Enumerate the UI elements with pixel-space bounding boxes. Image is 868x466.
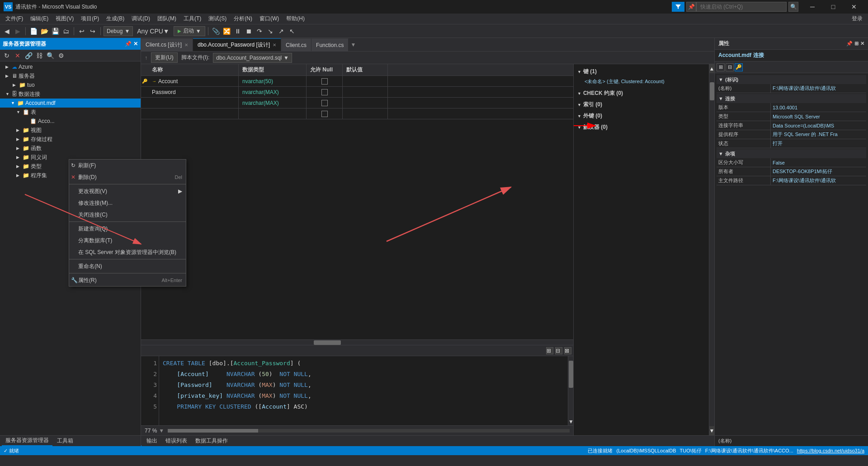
menu-debug[interactable]: 调试(D) [128,14,154,24]
vertical-scrollbar-design[interactable]: ▲ ▼ [709,64,714,435]
menu-file[interactable]: 文件(F) [2,14,27,24]
ctx-newquery[interactable]: 新建查询(Q) [69,223,186,235]
table-row[interactable] [141,108,573,119]
table-row[interactable]: Password nvarchar(MAX) [141,87,573,98]
stop-refresh-btn[interactable]: ✕ [13,51,23,61]
menu-analyze[interactable]: 分析(N) [230,14,256,24]
platform-dropdown[interactable]: Any CPU ▼ [134,26,172,36]
cell-password-default[interactable] [343,87,388,97]
cell-private-type[interactable]: nvarchar(MAX) [239,98,307,108]
toolbar-btn-9[interactable]: ↘ [265,26,275,36]
tab-function-cs[interactable]: Function.cs [311,38,349,51]
foreign-header[interactable]: ▼ 外键 (0) [577,112,705,120]
ctx-browse-ssms[interactable]: 在 SQL Server 对象资源管理器中浏览(B) [69,246,186,258]
ctx-changeview[interactable]: 更改视图(V) ▶ [69,185,186,197]
ctx-detach[interactable]: 分离数据库(T) [69,235,186,246]
account-nullable-checkbox[interactable] [321,78,328,85]
ctx-properties[interactable]: 🔧 属性(R) Alt+Enter [69,274,186,286]
tree-item-views[interactable]: ▶ 📁 视图 [0,126,141,135]
toolbox-tab[interactable]: 工具箱 [53,436,77,446]
close-button[interactable]: ✕ [844,0,864,14]
props-categorize-btn[interactable]: ⊞ [717,63,725,71]
cell-empty-name[interactable] [148,108,239,119]
sql-editor[interactable]: CREATE TABLE [dbo].[Account_Password] ( … [159,356,568,425]
check-header[interactable]: ▼ CHECK 约束 (0) [577,89,705,97]
props-pin-btn[interactable]: 📌 [846,41,853,47]
table-row[interactable]: 🔑 → Account nvarchar(50) [141,76,573,87]
quick-launch-input[interactable] [696,2,787,12]
cell-password-name[interactable]: Password [148,87,239,97]
zoom-dropdown[interactable]: 77 % ▼ [145,428,164,434]
toolbar-btn-11[interactable]: ↖ [287,26,297,36]
panel-close-btn[interactable]: ✕ [133,41,138,47]
scroll-up-btn[interactable]: ▲ [709,64,714,73]
connect-btn[interactable]: 🔗 [24,51,33,61]
forward-button[interactable]: ▶ [13,26,23,36]
panel-pin-btn[interactable]: 📌 [125,41,132,47]
server-explorer-tab[interactable]: 服务器资源管理器 [2,436,52,446]
close-tab-1[interactable]: ✕ [273,42,276,47]
trigger-header[interactable]: ▼ 触发器 (0) [577,123,705,131]
tab-client-cs[interactable]: Client.cs [281,38,311,51]
attach-button[interactable]: 📎 [211,26,221,36]
props-close-btn[interactable]: ✕ [860,41,864,47]
empty-nullable-checkbox[interactable] [321,111,328,117]
horizontal-scrollbar[interactable] [141,339,573,345]
scroll-down-btn-design[interactable]: ▼ [709,426,714,435]
cell-private-name[interactable] [148,98,239,108]
redo-button[interactable]: ↪ [88,26,98,36]
tree-item-accotable[interactable]: 📋 Acco... [0,117,141,126]
filter-explorer-btn[interactable]: 🔍 [45,51,55,61]
close-tab-0[interactable]: ✕ [184,42,188,47]
open-button[interactable]: 📂 [39,26,49,36]
tab-account-password-design[interactable]: dbo.Account_Password [设计] ✕ [193,38,281,51]
save-button[interactable]: 💾 [50,26,60,36]
props-key-btn[interactable]: 🔑 [735,63,743,71]
cell-password-type[interactable]: nvarchar(MAX) [239,87,307,97]
vertical-scrollbar-sql[interactable]: ▼ [568,356,573,425]
disconnect-btn[interactable]: ⛓ [34,51,44,61]
cell-private-default[interactable] [343,98,388,108]
table-row[interactable]: nvarchar(MAX) [141,98,573,108]
cell-account-name[interactable]: → Account [148,76,239,86]
tree-item-tables[interactable]: ▼ 📋 表 [0,108,141,117]
refresh-explorer-btn[interactable]: ↻ [2,51,12,61]
misc-group-header[interactable]: ▼ 杂项 [717,149,866,158]
index-header[interactable]: ▼ 索引 (0) [577,101,705,108]
cell-empty-type[interactable] [239,108,307,119]
menu-help[interactable]: 帮助(H) [283,14,308,24]
scroll-down-btn[interactable]: ▼ [568,418,573,425]
pin-button[interactable]: 📌 [686,2,696,12]
error-list-tab[interactable]: 错误列表 [162,436,191,446]
tree-item-dataconn[interactable]: ▼ 🗄 数据连接 [0,89,141,99]
ctx-rename[interactable]: 重命名(N) [69,260,186,272]
filter-button[interactable] [672,2,684,12]
update-btn[interactable]: 更新(U) [151,52,178,63]
cell-account-type[interactable]: nvarchar(50) [239,76,307,86]
ctx-closeconn[interactable]: 关闭连接(C) [69,209,186,221]
menu-edit[interactable]: 编辑(E) [27,14,52,24]
toolbar-btn-7[interactable]: ⏹ [244,26,254,36]
tree-item-servers[interactable]: ▶ 🖥 服务器 [0,71,141,80]
horizontal-scroll-sql[interactable] [168,429,570,433]
menu-test[interactable]: 测试(S) [205,14,230,24]
data-tools-tab[interactable]: 数据工具操作 [192,436,231,446]
toolbar-btn-5[interactable]: 🔀 [222,26,232,36]
tree-item-tuo[interactable]: ▶ 📁 tuo [0,80,141,89]
tab-overflow-btn[interactable]: ▼ [349,38,358,51]
debug-config-dropdown[interactable]: Debug ▼ [104,26,133,36]
tab-client-design[interactable]: Client.cs [设计] ✕ [141,38,193,51]
new-file-button[interactable]: 📄 [28,26,38,36]
cell-account-default[interactable] [343,76,388,86]
menu-tools[interactable]: 工具(T) [180,14,205,24]
identity-group-header[interactable]: ▼ (标识) [717,75,866,84]
start-button[interactable]: ▶ 启动 ▼ [174,26,205,36]
private-nullable-checkbox[interactable] [321,100,328,106]
menu-window[interactable]: 窗口(W) [256,14,283,24]
cell-empty-default[interactable] [343,108,388,119]
login-button[interactable]: 登录 [848,14,866,24]
minimize-button[interactable]: ─ [802,0,823,14]
status-right-link[interactable]: https://blog.csdn.net/uidso31/a [797,448,864,453]
toolbar-btn-10[interactable]: ↗ [276,26,286,36]
tree-item-functions[interactable]: ▶ 📁 函数 [0,144,141,153]
